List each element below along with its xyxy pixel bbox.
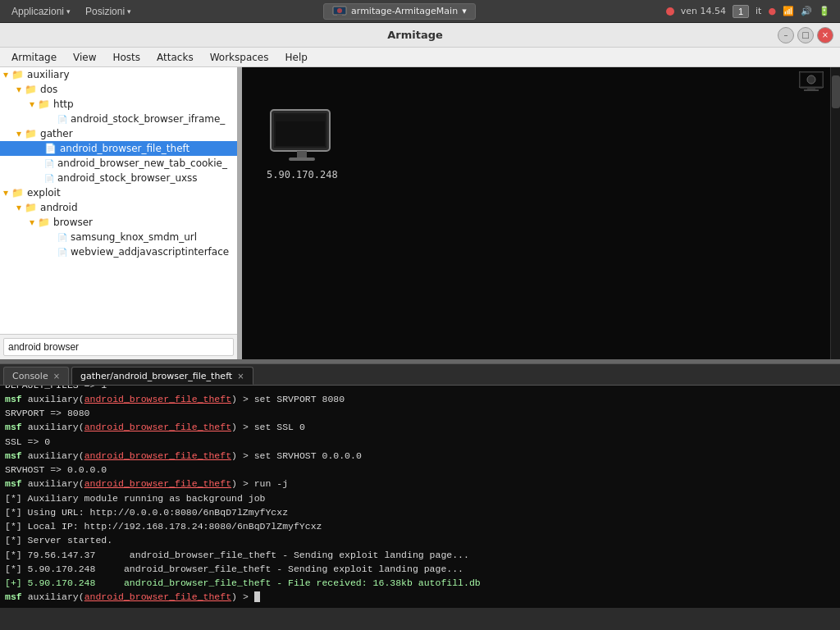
expand-icon-browser: ▾ (30, 217, 34, 228)
tree-item-android-stock-iframe[interactable]: 📄 android_stock_browser_iframe_ (0, 112, 237, 126)
file-icon-uxss: 📄 (44, 174, 54, 183)
module-ref-18: android_browser_file_theft (84, 591, 231, 602)
console-line-17: [+] 5.90.170.248 android_browser_file_th… (5, 576, 835, 590)
folder-icon-dos: 📁 (25, 84, 37, 95)
search-input[interactable] (3, 338, 234, 356)
system-bar: Applicazioni ▾ Posizioni ▾ armitage-Armi… (0, 0, 840, 23)
expand-icon-dos: ▾ (16, 84, 21, 95)
menu-view[interactable]: View (66, 50, 103, 65)
tree-item-file-theft[interactable]: 📄 android_browser_file_theft (0, 141, 237, 156)
output-7: SSL => 0 (5, 436, 50, 447)
msf-prompt-6: msf (5, 422, 22, 432)
win-controls: – □ × (774, 27, 833, 43)
expand-icon-gather: ▾ (16, 128, 21, 139)
canvas-scrollbar[interactable] (830, 67, 840, 359)
cmd-10b: ) > run -j (231, 478, 288, 489)
tree-label-exploit: exploit (27, 187, 61, 199)
tree-label-samsung: samsung_knox_smdm_url (71, 231, 197, 243)
armitage-taskbar-item[interactable]: armitage-ArmitageMain ▾ (323, 3, 476, 20)
expand-icon: ▾ (3, 69, 8, 80)
menubar: Armitage View Hosts Attacks Workspaces H… (0, 48, 840, 67)
console-output[interactable]: msf > use auxiliary/gather/android_brows… (0, 386, 840, 608)
workspace-button[interactable]: 1 (733, 5, 749, 18)
menu-armitage[interactable]: Armitage (5, 50, 63, 65)
tree-item-exploit[interactable]: ▾ 📁 exploit (0, 185, 237, 200)
output-3: DEFAULT_FILES => 1 (5, 386, 107, 390)
cursor-blink (254, 591, 260, 602)
maximize-button[interactable]: □ (797, 27, 814, 43)
tree-item-android[interactable]: ▾ 📁 android (0, 200, 237, 215)
file-icon-theft: 📄 (44, 143, 57, 154)
tree-item-new-tab-cookie[interactable]: 📄 android_browser_new_tab_cookie_ (0, 156, 237, 171)
tree-item-uxss[interactable]: 📄 android_stock_browser_uxss (0, 171, 237, 185)
tree-label-cookie: android_browser_new_tab_cookie_ (57, 158, 227, 169)
network-canvas-panel[interactable]: 5.90.170.248 (242, 67, 840, 359)
file-icon-samsung: 📄 (57, 233, 67, 242)
msf-prompt-8: msf (5, 450, 22, 461)
apps-menu[interactable]: Applicazioni ▾ (5, 4, 77, 19)
folder-icon-http: 📁 (38, 98, 50, 110)
console-line-4: msf auxiliary(android_browser_file_theft… (5, 392, 835, 406)
cmd-8b: ) > set SRVHOST 0.0.0.0 (231, 450, 362, 461)
console-line-14: [*] Server started. (5, 533, 835, 547)
tree-label-gather: gather (40, 128, 73, 139)
svg-rect-9 (289, 158, 315, 161)
positions-arrow-icon: ▾ (127, 7, 131, 16)
tab-file-theft-close[interactable]: × (237, 372, 244, 381)
positions-menu[interactable]: Posizioni ▾ (79, 4, 138, 19)
svg-rect-1 (337, 15, 342, 16)
menu-workspaces[interactable]: Workspaces (203, 50, 276, 65)
folder-icon-exploit: 📁 (11, 187, 24, 199)
module-ref-4: android_browser_file_theft (84, 394, 231, 404)
network-canvas: 5.90.170.248 (242, 67, 840, 359)
console-tabs: Console × gather/android_browser_file_th… (0, 364, 840, 386)
main-content: ▾ 📁 auxiliary ▾ 📁 dos ▾ 📁 http 📄 android… (0, 67, 840, 359)
console-line-7: SSL => 0 (5, 435, 835, 449)
tree-item-dos[interactable]: ▾ 📁 dos (0, 82, 237, 97)
svg-point-13 (807, 75, 815, 84)
svg-rect-15 (804, 89, 819, 91)
console-area: Console × gather/android_browser_file_th… (0, 363, 840, 608)
tree-item-webview[interactable]: 📄 webview_addjavascriptinterface (0, 244, 237, 259)
apps-label: Applicazioni (11, 6, 64, 17)
tree-item-gather[interactable]: ▾ 📁 gather (0, 126, 237, 141)
cmd-6a: auxiliary( (28, 422, 84, 432)
tree-item-http[interactable]: ▾ 📁 http (0, 97, 237, 112)
folder-icon-gather: 📁 (25, 128, 37, 139)
tray-power-icon: 🔋 (819, 6, 830, 16)
tree-item-browser[interactable]: ▾ 📁 browser (0, 215, 237, 230)
svg-point-4 (337, 8, 342, 13)
tab-console[interactable]: Console × (3, 367, 69, 385)
output-12: [*] Using URL: http://0.0.0.0:8080/6nBqD… (5, 507, 288, 518)
tree-label-http: http (53, 98, 74, 110)
console-line-11: [*] Auxiliary module running as backgrou… (5, 491, 835, 505)
menu-hosts[interactable]: Hosts (107, 50, 148, 65)
msf-prompt-10: msf (5, 478, 22, 489)
armitage-taskbar-icon (332, 6, 347, 17)
output-17: [+] 5.90.170.248 android_browser_file_th… (5, 578, 481, 588)
output-14: [*] Server started. (5, 535, 112, 546)
cmd-6b: ) > set SSL 0 (231, 422, 305, 432)
tab-console-close[interactable]: × (53, 372, 60, 381)
close-button[interactable]: × (817, 27, 833, 43)
host-node[interactable]: 5.90.170.248 (267, 108, 338, 180)
cmd-10a: auxiliary( (28, 478, 84, 489)
console-line-9: SRVHOST => 0.0.0.0 (5, 463, 835, 477)
tree-label-browser: browser (53, 217, 93, 228)
scrollbar-thumb[interactable] (832, 75, 840, 108)
console-line-3: DEFAULT_FILES => 1 (5, 386, 835, 392)
minimize-button[interactable]: – (778, 27, 794, 43)
tab-file-theft[interactable]: gather/android_browser_file_theft × (71, 367, 253, 385)
folder-icon-browser: 📁 (38, 217, 50, 228)
apps-arrow-icon: ▾ (66, 7, 71, 16)
console-line-10: msf auxiliary(android_browser_file_theft… (5, 477, 835, 491)
output-16: [*] 5.90.170.248 android_browser_file_th… (5, 564, 463, 574)
msf-prompt-18: msf (5, 591, 22, 602)
file-icon-stock-iframe: 📄 (57, 115, 67, 124)
tree-item-auxiliary[interactable]: ▾ 📁 auxiliary (0, 67, 237, 82)
tree-item-samsung-knox[interactable]: 📄 samsung_knox_smdm_url (0, 230, 237, 244)
menu-attacks[interactable]: Attacks (150, 50, 200, 65)
menu-help[interactable]: Help (278, 50, 313, 65)
tree-container[interactable]: ▾ 📁 auxiliary ▾ 📁 dos ▾ 📁 http 📄 android… (0, 67, 237, 334)
console-line-6: msf auxiliary(android_browser_file_theft… (5, 420, 835, 434)
